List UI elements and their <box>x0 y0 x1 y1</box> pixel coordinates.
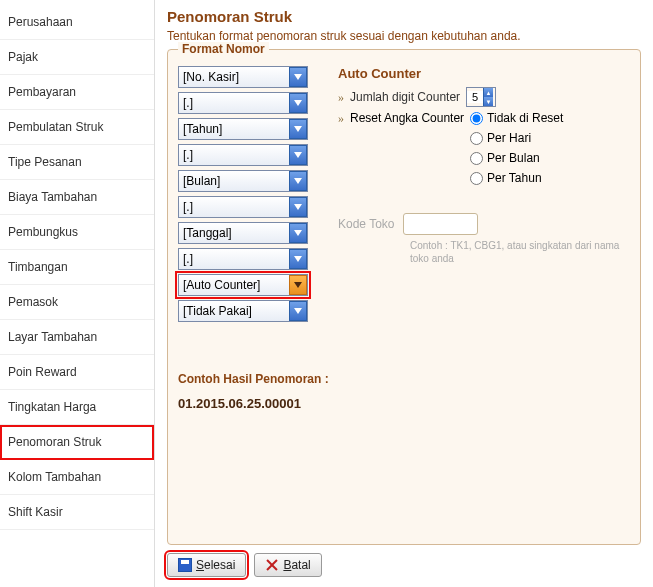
sidebar: Perusahaan Pajak Pembayaran Pembulatan S… <box>0 0 155 587</box>
radio-per-hari[interactable]: Per Hari <box>470 131 563 145</box>
page-description: Tentukan format penomoran struk sesuai d… <box>167 29 641 43</box>
select-8[interactable]: [.] <box>178 248 308 270</box>
select-1[interactable]: [No. Kasir] <box>178 66 308 88</box>
reset-label: Reset Angka Counter <box>350 111 464 125</box>
format-panel: Format Nomor [No. Kasir] [.] [Tahun] [.]… <box>167 49 641 545</box>
main: Penomoran Struk Tentukan format penomora… <box>155 0 653 587</box>
save-icon <box>178 558 192 572</box>
example-label: Contoh Hasil Penomoran : <box>178 372 630 386</box>
example-value: 01.2015.06.25.00001 <box>178 396 630 411</box>
select-6[interactable]: [.] <box>178 196 308 218</box>
radio-per-bulan[interactable]: Per Bulan <box>470 151 563 165</box>
bullet-icon: » <box>338 111 344 126</box>
nav-penomoran-struk[interactable]: Penomoran Struk <box>0 425 154 460</box>
nav-tingkatan-harga[interactable]: Tingkatan Harga <box>0 390 154 425</box>
nav-perusahaan[interactable]: Perusahaan <box>0 5 154 40</box>
select-9[interactable]: [Auto Counter] <box>178 274 308 296</box>
select-4[interactable]: [.] <box>178 144 308 166</box>
cancel-icon <box>265 558 279 572</box>
panel-title: Format Nomor <box>178 42 269 56</box>
select-7[interactable]: [Tanggal] <box>178 222 308 244</box>
kode-toko-hint: Contoh : TK1, CBG1, atau singkatan dari … <box>338 239 630 265</box>
spinner-down-icon[interactable]: ▼ <box>483 97 493 106</box>
nav-pajak[interactable]: Pajak <box>0 40 154 75</box>
select-3[interactable]: [Tahun] <box>178 118 308 140</box>
save-button[interactable]: Selesai <box>167 553 246 577</box>
kode-toko-label: Kode Toko <box>338 217 395 231</box>
radio-per-tahun[interactable]: Per Tahun <box>470 171 563 185</box>
spinner-up-icon[interactable]: ▲ <box>483 88 493 97</box>
select-2[interactable]: [.] <box>178 92 308 114</box>
nav-timbangan[interactable]: Timbangan <box>0 250 154 285</box>
digit-counter-input[interactable]: ▲▼ <box>466 87 496 107</box>
cancel-button[interactable]: Batal <box>254 553 321 577</box>
nav-tipe-pesanan[interactable]: Tipe Pesanan <box>0 145 154 180</box>
auto-counter-title: Auto Counter <box>338 66 630 81</box>
nav-pembungkus[interactable]: Pembungkus <box>0 215 154 250</box>
nav-biaya-tambahan[interactable]: Biaya Tambahan <box>0 180 154 215</box>
nav-pembayaran[interactable]: Pembayaran <box>0 75 154 110</box>
nav-shift-kasir[interactable]: Shift Kasir <box>0 495 154 530</box>
nav-kolom-tambahan[interactable]: Kolom Tambahan <box>0 460 154 495</box>
nav-pemasok[interactable]: Pemasok <box>0 285 154 320</box>
radio-tidak-reset[interactable]: Tidak di Reset <box>470 111 563 125</box>
select-5[interactable]: [Bulan] <box>178 170 308 192</box>
page-title: Penomoran Struk <box>167 8 641 25</box>
nav-pembulatan-struk[interactable]: Pembulatan Struk <box>0 110 154 145</box>
select-10[interactable]: [Tidak Pakai] <box>178 300 308 322</box>
nav-poin-reward[interactable]: Poin Reward <box>0 355 154 390</box>
format-selects: [No. Kasir] [.] [Tahun] [.] [Bulan] [.] … <box>178 66 308 322</box>
bullet-icon: » <box>338 90 344 105</box>
nav-layar-tambahan[interactable]: Layar Tambahan <box>0 320 154 355</box>
digit-counter-label: Jumlah digit Counter <box>350 90 460 104</box>
kode-toko-input[interactable] <box>403 213 478 235</box>
footer: Selesai Batal <box>167 545 641 583</box>
